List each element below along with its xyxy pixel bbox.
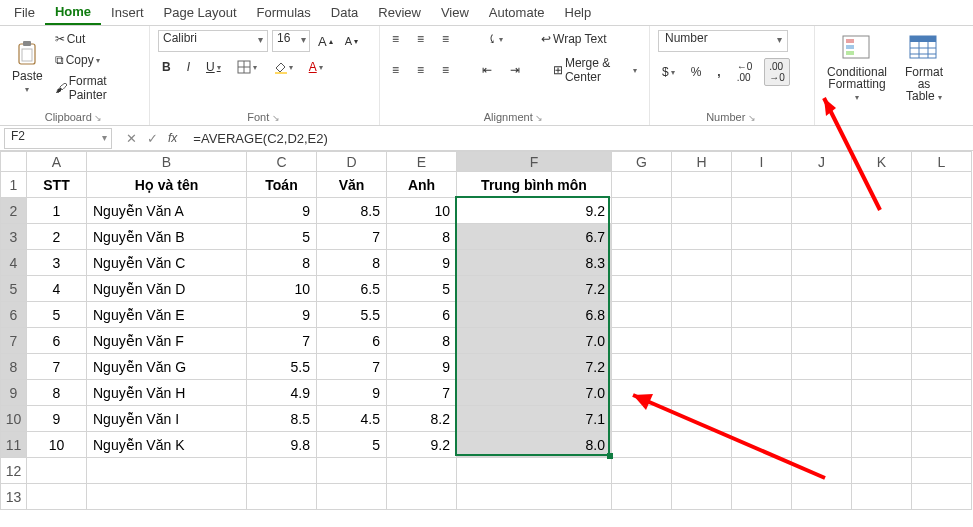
format-as-table-button[interactable]: Format asTable ▾ [899,30,949,106]
cell-I1[interactable] [732,172,792,198]
cell-B4[interactable]: Nguyễn Văn C [87,250,247,276]
column-header-F[interactable]: F [457,152,612,172]
cell-H12[interactable] [672,458,732,484]
column-header-B[interactable]: B [87,152,247,172]
cell-L2[interactable] [912,198,972,224]
cell-F1[interactable]: Trung bình môn [457,172,612,198]
cell-B6[interactable]: Nguyễn Văn E [87,302,247,328]
cell-H8[interactable] [672,354,732,380]
column-header-A[interactable]: A [27,152,87,172]
cell-I5[interactable] [732,276,792,302]
column-header-J[interactable]: J [792,152,852,172]
italic-button[interactable]: I [183,58,194,76]
column-header-I[interactable]: I [732,152,792,172]
cell-L13[interactable] [912,484,972,510]
cell-H5[interactable] [672,276,732,302]
name-box[interactable]: F2 [4,128,112,149]
cell-L4[interactable] [912,250,972,276]
cell-L6[interactable] [912,302,972,328]
cell-F10[interactable]: 7.1 [457,406,612,432]
menu-home[interactable]: Home [45,0,101,25]
cell-A7[interactable]: 6 [27,328,87,354]
row-header-4[interactable]: 4 [1,250,27,276]
align-right-button[interactable]: ≡ [438,61,453,79]
cell-A8[interactable]: 7 [27,354,87,380]
cell-A5[interactable]: 4 [27,276,87,302]
cell-C2[interactable]: 9 [247,198,317,224]
cell-B9[interactable]: Nguyễn Văn H [87,380,247,406]
cell-G3[interactable] [612,224,672,250]
cell-K12[interactable] [852,458,912,484]
wrap-text-button[interactable]: ↩ Wrap Text [537,30,611,48]
cell-I4[interactable] [732,250,792,276]
cell-I11[interactable] [732,432,792,458]
cell-A12[interactable] [27,458,87,484]
cell-A1[interactable]: STT [27,172,87,198]
cell-F9[interactable]: 7.0 [457,380,612,406]
row-header-8[interactable]: 8 [1,354,27,380]
menu-automate[interactable]: Automate [479,1,555,24]
clipboard-dialog-launcher[interactable]: ↘ [92,113,105,123]
cell-C10[interactable]: 8.5 [247,406,317,432]
accounting-format-button[interactable]: $ ▾ [658,63,679,81]
cell-B3[interactable]: Nguyễn Văn B [87,224,247,250]
column-header-E[interactable]: E [387,152,457,172]
cell-E8[interactable]: 9 [387,354,457,380]
cell-D9[interactable]: 9 [317,380,387,406]
cell-G7[interactable] [612,328,672,354]
row-header-13[interactable]: 13 [1,484,27,510]
cell-F8[interactable]: 7.2 [457,354,612,380]
cell-K7[interactable] [852,328,912,354]
cell-J1[interactable] [792,172,852,198]
cell-L11[interactable] [912,432,972,458]
decrease-decimal-button[interactable]: .00→0 [764,58,790,86]
cell-B7[interactable]: Nguyễn Văn F [87,328,247,354]
cell-I2[interactable] [732,198,792,224]
menu-file[interactable]: File [4,1,45,24]
cell-H6[interactable] [672,302,732,328]
cell-D12[interactable] [317,458,387,484]
cell-G5[interactable] [612,276,672,302]
cell-A11[interactable]: 10 [27,432,87,458]
cell-A9[interactable]: 8 [27,380,87,406]
cell-I7[interactable] [732,328,792,354]
align-left-button[interactable]: ≡ [388,61,403,79]
row-header-3[interactable]: 3 [1,224,27,250]
cell-K5[interactable] [852,276,912,302]
cell-K3[interactable] [852,224,912,250]
cell-F5[interactable]: 7.2 [457,276,612,302]
cell-A2[interactable]: 1 [27,198,87,224]
cell-F7[interactable]: 7.0 [457,328,612,354]
cell-G12[interactable] [612,458,672,484]
cell-J9[interactable] [792,380,852,406]
cell-B12[interactable] [87,458,247,484]
column-header-H[interactable]: H [672,152,732,172]
row-header-2[interactable]: 2 [1,198,27,224]
cell-J12[interactable] [792,458,852,484]
percent-format-button[interactable]: % [687,63,706,81]
cell-D4[interactable]: 8 [317,250,387,276]
column-header-K[interactable]: K [852,152,912,172]
cell-F3[interactable]: 6.7 [457,224,612,250]
cell-C12[interactable] [247,458,317,484]
cell-L7[interactable] [912,328,972,354]
increase-indent-button[interactable]: ⇥ [506,61,524,79]
cell-J5[interactable] [792,276,852,302]
conditional-formatting-button[interactable]: ConditionalFormatting ▾ [821,30,893,106]
font-name-select[interactable]: Calibri [158,30,268,52]
cell-E9[interactable]: 7 [387,380,457,406]
cell-E12[interactable] [387,458,457,484]
cell-B13[interactable] [87,484,247,510]
cell-E11[interactable]: 9.2 [387,432,457,458]
cell-G1[interactable] [612,172,672,198]
cell-E13[interactable] [387,484,457,510]
cell-J11[interactable] [792,432,852,458]
cell-C3[interactable]: 5 [247,224,317,250]
cell-J13[interactable] [792,484,852,510]
cell-D13[interactable] [317,484,387,510]
cell-C6[interactable]: 9 [247,302,317,328]
fill-color-button[interactable]: ▾ [269,58,297,76]
cell-J3[interactable] [792,224,852,250]
cell-I6[interactable] [732,302,792,328]
cell-F13[interactable] [457,484,612,510]
